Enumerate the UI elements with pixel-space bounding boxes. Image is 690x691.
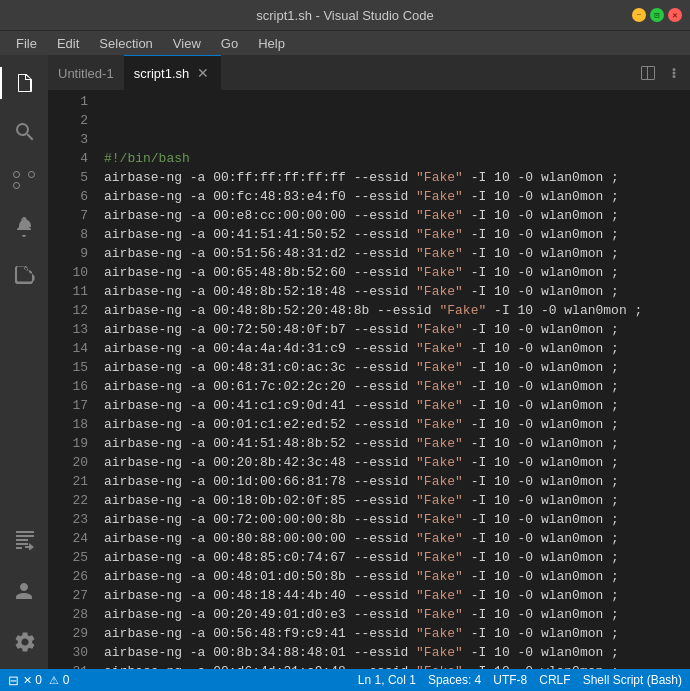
- status-encoding[interactable]: UTF-8: [493, 673, 527, 687]
- minimize-button[interactable]: –: [632, 8, 646, 22]
- rest-text: -I 10 -0 wlan0mon ;: [463, 436, 619, 451]
- rest-text: -I 10 -0 wlan0mon ;: [463, 246, 619, 261]
- status-errors[interactable]: ✕ 0 ⚠ 0: [23, 673, 69, 687]
- menu-bar: File Edit Selection View Go Help: [0, 30, 690, 55]
- command-text: airbase-ng -a 00:51:56:48:31:d2 --essid: [104, 246, 416, 261]
- more-actions-button[interactable]: [662, 61, 686, 85]
- line-number: 12: [48, 301, 88, 320]
- menu-edit[interactable]: Edit: [49, 34, 87, 53]
- code-line: airbase-ng -a 00:41:c1:c9:0d:41 --essid …: [104, 396, 690, 415]
- menu-view[interactable]: View: [165, 34, 209, 53]
- menu-go[interactable]: Go: [213, 34, 246, 53]
- title-bar-text: script1.sh - Visual Studio Code: [256, 8, 434, 23]
- status-remote[interactable]: ⊟: [8, 673, 19, 688]
- line-number: 3: [48, 130, 88, 149]
- title-bar: script1.sh - Visual Studio Code – ⊡ ✕: [0, 0, 690, 30]
- string-literal: "Fake": [416, 512, 463, 527]
- line-number: 28: [48, 605, 88, 624]
- tab-script1-close[interactable]: ✕: [195, 65, 211, 81]
- line-number: 16: [48, 377, 88, 396]
- tab-bar: Untitled-1 script1.sh ✕: [48, 55, 690, 90]
- rest-text: -I 10 -0 wlan0mon ;: [463, 550, 619, 565]
- close-button[interactable]: ✕: [668, 8, 682, 22]
- activity-search[interactable]: [0, 107, 48, 155]
- rest-text: -I 10 -0 wlan0mon ;: [486, 303, 642, 318]
- code-line: airbase-ng -a 00:48:8b:52:18:48 --essid …: [104, 282, 690, 301]
- rest-text: -I 10 -0 wlan0mon ;: [463, 626, 619, 641]
- status-position[interactable]: Ln 1, Col 1: [358, 673, 416, 687]
- code-line: airbase-ng -a 00:20:8b:42:3c:48 --essid …: [104, 453, 690, 472]
- command-text: airbase-ng -a 00:ff:ff:ff:ff:ff --essid: [104, 170, 416, 185]
- tab-script1[interactable]: script1.sh ✕: [124, 55, 222, 90]
- rest-text: -I 10 -0 wlan0mon ;: [463, 265, 619, 280]
- code-line: airbase-ng -a 00:18:0b:02:0f:85 --essid …: [104, 491, 690, 510]
- string-literal: "Fake": [416, 322, 463, 337]
- line-number: 23: [48, 510, 88, 529]
- maximize-button[interactable]: ⊡: [650, 8, 664, 22]
- string-literal: "Fake": [416, 246, 463, 261]
- command-text: airbase-ng -a 00:4a:4a:4d:31:c9 --essid: [104, 341, 416, 356]
- activity-bar: [0, 55, 48, 669]
- line-number: 15: [48, 358, 88, 377]
- line-number: 9: [48, 244, 88, 263]
- menu-help[interactable]: Help: [250, 34, 293, 53]
- rest-text: -I 10 -0 wlan0mon ;: [463, 531, 619, 546]
- line-number: 10: [48, 263, 88, 282]
- command-text: airbase-ng -a 00:65:48:8b:52:60 --essid: [104, 265, 416, 280]
- code-line: airbase-ng -a 00:48:18:44:4b:40 --essid …: [104, 586, 690, 605]
- string-literal: "Fake": [416, 341, 463, 356]
- tab-untitled[interactable]: Untitled-1: [48, 55, 124, 90]
- rest-text: -I 10 -0 wlan0mon ;: [463, 360, 619, 375]
- menu-file[interactable]: File: [8, 34, 45, 53]
- line-number: 27: [48, 586, 88, 605]
- string-literal: "Fake": [416, 265, 463, 280]
- line-number: 1: [48, 92, 88, 111]
- line-number: 19: [48, 434, 88, 453]
- line-number: 20: [48, 453, 88, 472]
- string-literal: "Fake": [416, 360, 463, 375]
- activity-settings[interactable]: [0, 617, 48, 665]
- status-language[interactable]: Shell Script (Bash): [583, 673, 682, 687]
- split-editor-button[interactable]: [636, 61, 660, 85]
- activity-source-control[interactable]: [0, 155, 48, 203]
- command-text: airbase-ng -a 00:fc:48:83:e4:f0 --essid: [104, 189, 416, 204]
- rest-text: -I 10 -0 wlan0mon ;: [463, 170, 619, 185]
- shebang-comment: #!/bin/bash: [104, 151, 190, 166]
- line-number: 7: [48, 206, 88, 225]
- activity-remote-explorer[interactable]: [0, 515, 48, 563]
- activity-extensions[interactable]: [0, 251, 48, 299]
- warning-count: 0: [63, 673, 70, 687]
- code-line: airbase-ng -a 00:48:85:c0:74:67 --essid …: [104, 548, 690, 567]
- code-line: airbase-ng -a 00:41:51:48:8b:52 --essid …: [104, 434, 690, 453]
- string-literal: "Fake": [416, 569, 463, 584]
- code-line: airbase-ng -a 00:41:51:41:50:52 --essid …: [104, 225, 690, 244]
- menu-selection[interactable]: Selection: [91, 34, 160, 53]
- activity-debug[interactable]: [0, 203, 48, 251]
- activity-files[interactable]: [0, 59, 48, 107]
- tab-untitled-label: Untitled-1: [58, 66, 114, 81]
- command-text: airbase-ng -a 00:48:85:c0:74:67 --essid: [104, 550, 416, 565]
- status-spaces[interactable]: Spaces: 4: [428, 673, 481, 687]
- activity-accounts[interactable]: [0, 567, 48, 615]
- line-number: 26: [48, 567, 88, 586]
- rest-text: -I 10 -0 wlan0mon ;: [463, 398, 619, 413]
- command-text: airbase-ng -a 00:41:c1:c9:0d:41 --essid: [104, 398, 416, 413]
- code-line: airbase-ng -a 00:48:01:d0:50:8b --essid …: [104, 567, 690, 586]
- rest-text: -I 10 -0 wlan0mon ;: [463, 607, 619, 622]
- string-literal: "Fake": [416, 227, 463, 242]
- code-content[interactable]: #!/bin/bashairbase-ng -a 00:ff:ff:ff:ff:…: [96, 90, 690, 669]
- command-text: airbase-ng -a 00:61:7c:02:2c:20 --essid: [104, 379, 416, 394]
- command-text: airbase-ng -a 00:72:50:48:0f:b7 --essid: [104, 322, 416, 337]
- code-line: airbase-ng -a 00:20:49:01:d0:e3 --essid …: [104, 605, 690, 624]
- code-line: airbase-ng -a 00:4a:4a:4d:31:c9 --essid …: [104, 339, 690, 358]
- code-line: airbase-ng -a 00:72:00:00:00:8b --essid …: [104, 510, 690, 529]
- command-text: airbase-ng -a 00:41:51:48:8b:52 --essid: [104, 436, 416, 451]
- line-number: 18: [48, 415, 88, 434]
- rest-text: -I 10 -0 wlan0mon ;: [463, 208, 619, 223]
- status-line-ending[interactable]: CRLF: [539, 673, 570, 687]
- editor[interactable]: 1234567891011121314151617181920212223242…: [48, 90, 690, 669]
- rest-text: -I 10 -0 wlan0mon ;: [463, 512, 619, 527]
- line-number: 8: [48, 225, 88, 244]
- line-number: 6: [48, 187, 88, 206]
- string-literal: "Fake": [416, 455, 463, 470]
